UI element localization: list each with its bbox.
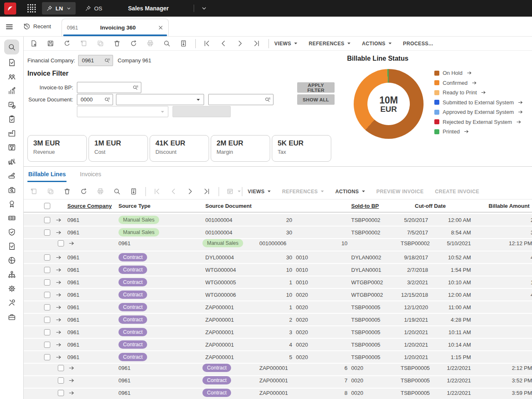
row-drill-arrow-icon[interactable] <box>56 217 62 223</box>
recent-button[interactable]: Recent <box>23 23 51 30</box>
select-all-checkbox[interactable] <box>44 203 50 209</box>
billable-line-status-donut[interactable] <box>354 69 424 139</box>
lookup-icon[interactable] <box>104 97 110 103</box>
save-icon[interactable] <box>45 38 56 49</box>
source-document-number-input[interactable] <box>209 96 265 103</box>
row-drill-arrow-icon[interactable] <box>56 229 62 236</box>
row-checkbox[interactable] <box>58 240 64 246</box>
trash-icon[interactable] <box>111 38 123 49</box>
legend-drill-arrow-icon[interactable] <box>467 70 472 76</box>
row-checkbox[interactable] <box>44 217 50 223</box>
row-drill-arrow-icon[interactable] <box>56 342 62 348</box>
source-document-company-field[interactable] <box>77 94 113 105</box>
financial-company-input[interactable] <box>79 57 104 64</box>
table-row[interactable]: 0961Manual Sales00100000420TSBP000025/20… <box>24 214 532 226</box>
menu-views[interactable]: VIEWS <box>274 41 298 47</box>
invoice-to-bp-field[interactable] <box>77 82 141 93</box>
table-row[interactable]: 0961ContractZAP00000160020TSBP000051/22/… <box>24 364 532 375</box>
row-drill-arrow-icon[interactable] <box>69 390 75 396</box>
sidebar-item-people-2[interactable] <box>4 70 19 84</box>
revert-icon[interactable] <box>62 38 73 49</box>
nav-last-icon[interactable] <box>251 38 262 49</box>
enum-doc-icon[interactable] <box>128 186 139 197</box>
row-drill-arrow-icon[interactable] <box>56 267 62 273</box>
legend-drill-arrow-icon[interactable] <box>516 119 522 125</box>
table-row[interactable]: 0961ContractDYL000004300010DYLAN00029/18… <box>24 251 532 263</box>
row-checkbox[interactable] <box>44 267 50 273</box>
table-row[interactable]: 0961ContractZAP00000150020TSBP000051/20/… <box>24 351 532 363</box>
sidebar-item-factory-6[interactable] <box>4 126 19 140</box>
row-checkbox[interactable] <box>44 342 50 348</box>
legend-drill-arrow-icon[interactable] <box>481 90 486 95</box>
enum-doc-icon[interactable] <box>178 38 189 49</box>
sidebar-item-doc-check-14[interactable] <box>4 239 19 253</box>
lookup-icon[interactable] <box>265 97 271 103</box>
menu-references[interactable]: REFERENCES <box>309 41 351 47</box>
row-checkbox[interactable] <box>44 304 50 310</box>
legend-drill-arrow-icon[interactable] <box>518 109 523 115</box>
row-drill-arrow-icon[interactable] <box>56 329 62 335</box>
row-checkbox[interactable] <box>58 377 64 384</box>
sidebar-item-doc-check-1[interactable] <box>4 56 19 69</box>
row-checkbox[interactable] <box>44 292 50 298</box>
table-row[interactable]: 0961ContractZAP00000130020TSBP000051/20/… <box>24 326 532 338</box>
app-tab-os[interactable]: OS <box>85 5 103 12</box>
lookup-icon[interactable] <box>104 58 110 64</box>
table-row[interactable]: 0961Manual Sales00100000610TSBP000025/10… <box>24 239 532 251</box>
row-drill-arrow-icon[interactable] <box>69 365 75 371</box>
nav-next-icon[interactable] <box>234 38 246 49</box>
nav-last-icon[interactable] <box>201 186 212 197</box>
show-all-button[interactable]: SHOW ALL <box>297 94 335 105</box>
table-row[interactable]: 0961ContractZAP00000180020TSBP000051/22/… <box>24 389 532 399</box>
sidebar-item-funnel-box-7[interactable] <box>4 140 19 154</box>
table-row[interactable]: 0961ContractZAP00000110020TSBP0000512/1/… <box>24 301 532 313</box>
row-drill-arrow-icon[interactable] <box>56 254 62 261</box>
infor-logo[interactable] <box>4 2 16 15</box>
table-row[interactable]: 0961ContractWTG00000510010WTGBP00023/2/2… <box>24 276 532 288</box>
source-document-company-input[interactable] <box>77 96 104 103</box>
table-row[interactable]: 0961ContractZAP00000120020TSBP000051/19/… <box>24 314 532 325</box>
nav-next-icon[interactable] <box>185 186 196 197</box>
menu-actions[interactable]: ACTIONS <box>335 189 365 195</box>
source-document-number-field[interactable] <box>208 94 273 105</box>
financial-company-field[interactable] <box>78 55 113 66</box>
row-checkbox[interactable] <box>44 354 50 360</box>
sidebar-item-globe-15[interactable] <box>4 254 19 267</box>
legend-drill-arrow-icon[interactable] <box>518 100 523 105</box>
tab-close-icon[interactable] <box>158 25 163 30</box>
sidebar-item-shield-check-13[interactable] <box>4 225 19 239</box>
sidebar-item-award-11[interactable] <box>4 197 19 211</box>
row-checkbox[interactable] <box>44 229 50 236</box>
table-row[interactable]: 0961ContractWTG000004100010DYLAN00012/7/… <box>24 264 532 276</box>
row-drill-arrow-icon[interactable] <box>69 377 75 384</box>
column-cutoff-date[interactable]: Cut-off Date <box>397 203 428 209</box>
tab-billable-lines[interactable]: Billable Lines <box>27 169 66 182</box>
nav-prev-icon[interactable] <box>218 38 229 49</box>
sidebar-item-box-clock-4[interactable] <box>4 98 19 112</box>
menu-process[interactable]: PROCESS... <box>403 41 433 47</box>
sidebar-item-clipboard-check-5[interactable] <box>4 112 19 126</box>
legend-drill-arrow-icon[interactable] <box>472 80 477 86</box>
tab-invoices[interactable]: Invoices <box>79 169 102 182</box>
sidebar-item-search-0[interactable] <box>4 39 19 54</box>
row-drill-arrow-icon[interactable] <box>56 304 62 310</box>
table-row[interactable]: 0961ContractZAP00000140020TSBP000051/20/… <box>24 339 532 350</box>
nav-first-icon[interactable] <box>201 38 212 49</box>
search-icon[interactable] <box>161 38 172 49</box>
column-source-company[interactable]: Source Company <box>67 203 118 209</box>
column-source-type[interactable]: Source Type <box>118 203 202 209</box>
row-checkbox[interactable] <box>44 329 50 335</box>
column-billable-amount[interactable]: Billable Amount <box>428 203 532 209</box>
app-tab-ln[interactable]: LN <box>42 2 76 15</box>
row-checkbox[interactable] <box>58 365 64 371</box>
invoice-to-bp-input[interactable] <box>77 84 133 91</box>
source-document-type-select[interactable] <box>116 94 204 105</box>
app-switcher-icon[interactable] <box>27 4 36 12</box>
topbar-chevron-down-icon[interactable] <box>201 5 207 11</box>
sidebar-item-chart-pencil-3[interactable] <box>4 84 19 98</box>
row-checkbox[interactable] <box>44 317 50 323</box>
sidebar-item-gear-17[interactable] <box>4 282 19 296</box>
apply-filter-button[interactable]: APPLY FILTER <box>297 82 335 93</box>
menu-hamburger-icon[interactable] <box>5 23 13 31</box>
row-drill-arrow-icon[interactable] <box>56 279 62 286</box>
